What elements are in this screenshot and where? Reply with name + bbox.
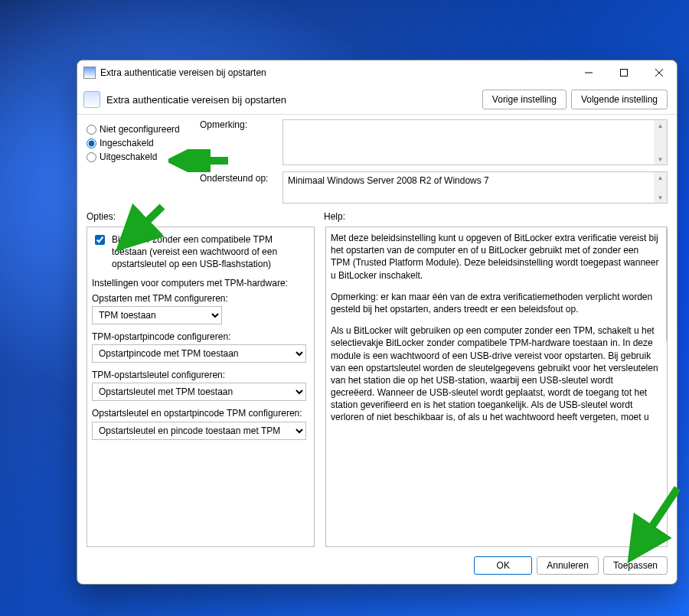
state-radios: Niet geconfigureerd Ingeschakeld Uitgesc… [87,119,200,204]
chevron-down-icon[interactable]: ▼ [654,154,667,165]
radio-disabled-label: Uitgeschakeld [100,152,157,162]
tpm-pin-label: TPM-opstartpincode configureren: [92,331,309,343]
policy-dialog-window: Extra authenticatie vereisen bij opstart… [77,60,678,585]
apply-button[interactable]: Toepassen [603,556,668,575]
panes: BitLocker zonder een compatibele TPM toe… [77,223,677,547]
help-paragraph: Met deze beleidsinstelling kunt u opgeve… [331,232,659,282]
supported-value: Minimaal Windows Server 2008 R2 of Windo… [288,175,489,186]
policy-title: Extra authenticatie vereisen bij opstart… [106,94,478,106]
supported-label: Ondersteund op: [200,173,282,184]
window-title: Extra authenticatie vereisen bij opstart… [100,67,571,78]
radio-enabled[interactable] [87,139,96,148]
radio-disabled[interactable] [87,152,96,162]
tpm-key-label: TPM-opstartsleutel configureren: [92,369,309,381]
comment-label: Opmerking: [200,119,282,130]
chevron-up-icon[interactable]: ▲ [654,172,667,183]
header-row: Extra authenticatie vereisen bij opstart… [77,85,677,115]
options-pane[interactable]: BitLocker zonder een compatibele TPM toe… [87,227,315,547]
column-headers: Opties: Help: [77,204,677,223]
tpm-startup-label: Opstarten met TPM configureren: [92,292,309,305]
help-scrollbar[interactable] [665,227,668,547]
tpm-pin-select[interactable]: Opstartpincode met TPM toestaan [92,344,306,363]
state-and-meta: Niet geconfigureerd Ingeschakeld Uitgesc… [77,115,677,204]
radio-not-configured-label: Niet geconfigureerd [100,124,180,135]
dialog-buttons: OK Annuleren Toepassen [77,547,677,584]
scrollbar-thumb[interactable] [666,227,668,342]
help-header: Help: [324,211,668,222]
supported-on-textbox[interactable]: Minimaal Windows Server 2008 R2 of Windo… [282,171,668,204]
maximize-button[interactable] [606,60,642,85]
chevron-down-icon[interactable]: ▼ [654,192,667,203]
next-setting-button[interactable]: Volgende instelling [571,90,668,109]
allow-without-tpm-label: BitLocker zonder een compatibele TPM toe… [112,233,309,271]
allow-without-tpm-checkbox[interactable] [95,235,105,245]
minimize-button[interactable] [571,60,606,85]
meta-labels: Opmerking: Ondersteund op: [200,119,282,204]
options-header: Opties: [87,211,324,222]
help-pane[interactable]: Met deze beleidsinstelling kunt u opgeve… [325,227,668,547]
meta-fields: ▲ ▼ Minimaal Windows Server 2008 R2 of W… [282,119,668,204]
svg-rect-1 [621,70,628,77]
tpm-settings-header: Instellingen voor computers met TPM-hard… [92,277,309,289]
previous-setting-button[interactable]: Vorige instelling [482,90,567,109]
comment-textbox[interactable]: ▲ ▼ [282,119,668,165]
tpm-key-select[interactable]: Opstartsleutel met TPM toestaan [92,383,306,401]
policy-icon [83,91,100,108]
cancel-button[interactable]: Annuleren [537,556,599,575]
titlebar[interactable]: Extra authenticatie vereisen bij opstart… [77,60,677,85]
chevron-up-icon[interactable]: ▲ [654,120,667,131]
window-controls [571,60,677,85]
radio-enabled-label: Ingeschakeld [100,138,154,148]
help-paragraph: Als u BitLocker wilt gebruiken op een co… [331,324,659,424]
close-button[interactable] [642,60,677,85]
tpm-keypin-label: Opstartsleutel en opstartpincode TPM con… [92,407,309,419]
help-paragraph: Opmerking: er kan maar één van de extra … [331,291,659,315]
tpm-startup-select[interactable]: TPM toestaan [92,306,222,324]
ok-button[interactable]: OK [474,556,532,575]
scrollbar[interactable]: ▲ ▼ [654,172,667,203]
window-icon [83,67,96,79]
tpm-keypin-select[interactable]: Opstartsleutel en pincode toestaan met T… [92,422,306,440]
radio-not-configured[interactable] [87,125,96,135]
scrollbar[interactable]: ▲ ▼ [654,120,667,165]
